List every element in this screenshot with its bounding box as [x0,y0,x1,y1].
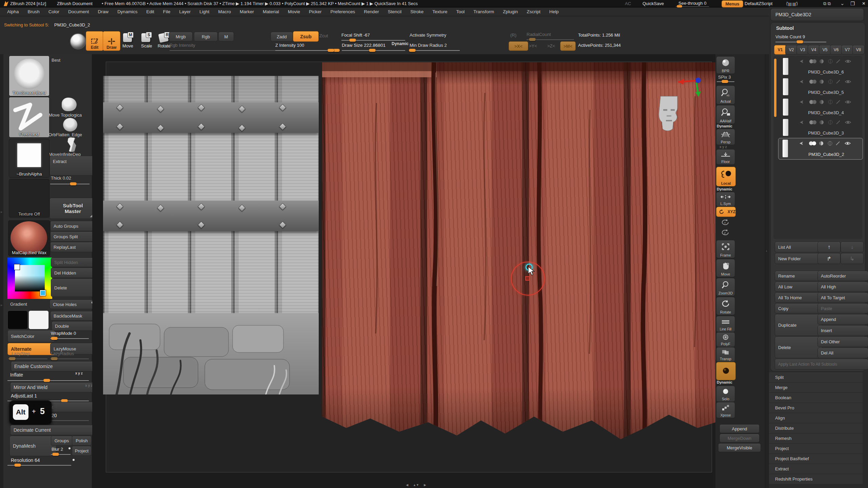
aahalf-button[interactable]: AAHalf [716,105,735,124]
menu-document[interactable]: Document [64,8,94,15]
min-draw-radius-slider[interactable]: Min Draw Radius 2 [410,43,447,48]
subtool-item[interactable]: PM3D_Cube3D_3 [779,118,862,138]
section-project[interactable]: Project [769,444,863,454]
persp-button[interactable]: Persp [716,129,735,145]
list-all-button[interactable]: List All [775,242,822,252]
menu-marker[interactable]: Marker [235,8,258,15]
menu-render[interactable]: Render [359,8,383,15]
scroll-center-grip[interactable]: ▲▼ [413,483,419,487]
dynamic-mode-button[interactable] [716,362,736,380]
blur-handle[interactable] [52,453,59,456]
matcap-thumbnail[interactable]: MatCap Red Wax [8,220,50,256]
duplicate-button[interactable]: Duplicate [775,314,822,336]
move-up-button[interactable]: ↑ [817,242,841,252]
mrgb-button[interactable]: Mrgb [169,32,193,41]
subtool-item-icons[interactable] [798,59,853,64]
delete-subtool-button[interactable]: Delete [775,337,822,358]
line-fill-button[interactable]: Line Fill [716,316,735,332]
menu-stroke[interactable]: Stroke [406,8,428,15]
menu-help[interactable]: Help [545,8,563,15]
radial-count-slider[interactable]: RadialCount [527,32,551,37]
thick-slider[interactable]: Thick 0.02 [51,176,71,181]
menu-movie[interactable]: Movie [283,8,304,15]
close-holes-button[interactable]: Close Holes [50,300,96,309]
subtool-item-selected[interactable]: PM3D_Cube3D_2 [778,138,863,160]
section-extract[interactable]: Extract [769,464,863,474]
wrap-mode-handle[interactable] [51,337,58,340]
menus-button[interactable]: Menus [722,0,743,7]
all-low-button[interactable]: All Low [775,282,822,292]
replay-last-button[interactable]: ReplayLast [50,242,97,252]
subtool-master-button[interactable]: SubTool Master [50,198,96,219]
zsub-button[interactable]: Zsub [293,31,319,42]
rgb-button[interactable]: Rgb [194,32,218,41]
menu-draw[interactable]: Draw [94,8,113,15]
lsym-button[interactable]: L.Sym [716,192,735,207]
tool-header[interactable]: PM3D_Cube3D2 [770,8,864,21]
all-to-target-button[interactable]: All To Target [817,292,868,303]
split-hidden-button[interactable]: Split Hidden [51,258,96,267]
restore-button[interactable]: ❒ [850,1,855,7]
tray-collapse-chevron2[interactable]: » [0,303,2,307]
extract-button[interactable]: Extract [50,156,96,176]
section-bevel-pro[interactable]: Bevel Pro [769,403,863,413]
brush-freehand[interactable]: FreeHand [9,97,50,138]
scale-button[interactable]: S Scale [139,33,154,49]
polish-button[interactable]: Polish [72,436,92,446]
radial-toggle[interactable]: (R) [510,33,516,38]
resolution-slider[interactable]: Resolution 64 [11,458,40,463]
section-remesh[interactable]: Remesh [769,433,863,444]
copy-button[interactable]: Copy [775,303,822,313]
tab-v7[interactable]: V7 [841,45,853,55]
section-merge[interactable]: Merge [769,383,863,393]
minimize-button[interactable]: ⌄ [840,0,845,6]
ac-toggle[interactable]: AC [625,1,631,6]
brush-orbflatten-label[interactable]: OrbFlatten_Edge [48,132,82,137]
menu-texture[interactable]: Texture [428,8,452,15]
z-intensity-slider[interactable]: Z Intensity 100 [275,43,304,48]
polyf-button[interactable]: PolyF [716,332,735,347]
brush-move-topological-label[interactable]: Move Topologica [49,113,82,118]
m-button[interactable]: M [218,32,234,41]
material-preview[interactable] [70,33,86,49]
lazy-step-handle[interactable] [9,357,16,360]
section-redshift-properties[interactable]: Redshift Properties [769,474,863,484]
switch-color-button[interactable]: SwitchColor [7,330,55,342]
groups-split-button[interactable]: Groups Split [50,231,97,242]
tab-v6[interactable]: V6 [830,45,842,55]
rotate-y-icon[interactable]: Y [720,218,730,226]
mirror-and-weld-button[interactable]: Mirror And Weld x y z [10,382,95,392]
subtool-item[interactable]: PM3D_Cube3D_5 [779,77,862,97]
move-button[interactable]: M Move [121,33,136,49]
menu-stencil[interactable]: Stencil [383,8,406,15]
lazy-step-slider[interactable]: LazyStep [12,351,30,356]
brush-alpha-thumbnail[interactable]: ~BrushAlpha [9,139,50,178]
move-canvas-button[interactable]: Move [716,259,735,277]
scroll-left-arrow[interactable]: ◀ [406,483,408,487]
tablet-pressure-icons[interactable]: ⟨'ꞁꞁꞁꞁ ꞁꞁꞁꞁ'⟩ [786,1,798,6]
tab-v4[interactable]: V4 [808,45,820,55]
append-button[interactable]: Append [817,314,868,325]
visible-count-slider[interactable]: Visible Count 9 [775,34,805,39]
symmetry-m-button[interactable]: >M< [560,41,576,51]
resolution-handle[interactable] [14,464,21,467]
del-hidden-button[interactable]: Del Hidden [51,268,96,278]
local-button[interactable]: Local [716,167,736,186]
move-out-folder-button[interactable]: ↱ [817,253,841,264]
scroll-right-arrow[interactable]: ▶ [424,483,426,487]
gradient-label[interactable]: Gradient [10,302,27,307]
symmetry-y-button[interactable]: >Y< [529,43,537,48]
rgb-intensity-slider[interactable]: Rgb Intensity [170,43,195,48]
subtool-item-icons[interactable] [798,79,853,84]
apply-last-action-button[interactable]: Apply Last Action To All Subtools [775,359,868,370]
mergevisible-floating-button[interactable]: MergeVisible [718,443,761,452]
tray-collapse-chevron[interactable]: » [0,210,2,214]
new-folder-button[interactable]: New Folder [775,253,822,264]
transp-button[interactable]: Transp [716,347,735,362]
color-picker[interactable] [7,258,52,299]
default-zscript-button[interactable]: DefaultZScript [745,1,772,6]
auto-groups-button[interactable]: Auto Groups [50,221,97,231]
enable-customize-button[interactable]: Enable Customize [11,361,95,371]
ghost-head-widget[interactable] [658,94,680,135]
tray-divider-arrow[interactable]: ‹ [766,249,767,253]
